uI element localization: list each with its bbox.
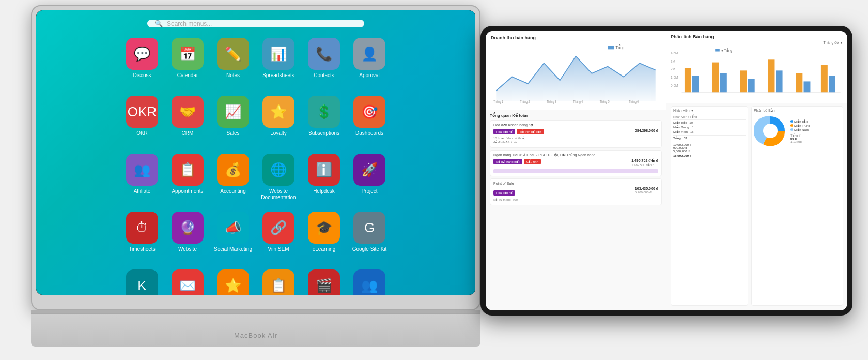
app-icon-website: 🔮 (172, 212, 204, 244)
app-icon-skillsframework: 👥 (353, 269, 385, 295)
pie-chart-svg (754, 114, 787, 148)
app-label-sales: Sales (226, 130, 239, 137)
app-label-loyalty: Loyalty (270, 130, 287, 137)
search-icon: 🔍 (154, 20, 163, 27)
search-bar[interactable]: 🔍 Search menus... (147, 20, 364, 27)
pie-widget-title: Phần bó Bản (754, 109, 841, 113)
svg-point-29 (763, 124, 778, 138)
invoice-btn1[interactable]: Hóa đơn nợ (493, 129, 515, 134)
app-item-discuss[interactable]: 💬Discuss (119, 35, 165, 91)
pie-legend: Miền Bắc Miền Trung Miền Nam (791, 119, 810, 143)
macbook-screen: 🔍 Search menus... 💬Discuss📅Calendar✏️Not… (36, 10, 475, 295)
app-icon-contacts: 📞 (308, 38, 340, 70)
invoice-section: Hóa đơn Khách hàng nợ Hóa đơn nợ Tải trê… (490, 120, 662, 148)
app-item-approval[interactable]: 👤Approval (347, 35, 392, 91)
app-item-spreadsheets[interactable]: 📊Spreadsheets (256, 35, 301, 91)
app-item-project[interactable]: 🚀Project (347, 151, 392, 206)
app-label-notes: Notes (226, 72, 240, 79)
svg-text:4.5M: 4.5M (671, 51, 678, 55)
app-label-socialmarketing: Social Marketing (214, 246, 252, 252)
app-item-events[interactable]: ⭐Events (210, 266, 256, 295)
app-item-viinsem[interactable]: 🔗Viin SEM (256, 208, 301, 264)
app-item-dashboards[interactable]: 🎯Dashboards (347, 93, 392, 148)
legend-item-nam: Miền Nam (791, 128, 810, 131)
app-item-crm[interactable]: 🤝CRM (165, 93, 210, 148)
app-label-spreadsheets: Spreadsheets (262, 72, 295, 79)
sa-table-widget: Nhân viên ▼ Nhân viên / Tổng Miền Bắc 10… (671, 106, 748, 306)
app-label-contacts: Contacts (314, 72, 334, 79)
app-item-appointments[interactable]: 📋Appointments (165, 151, 210, 206)
table-row: Miền Trung 8 (673, 125, 746, 129)
app-item-skillsframework[interactable]: 👥Skills Framework (347, 266, 392, 295)
app-item-notes[interactable]: ✏️Notes (210, 35, 256, 91)
app-label-viinsem: Viin SEM (268, 246, 289, 252)
bank-btn1[interactable]: Số dư tháng mới (493, 159, 522, 164)
svg-text:● Tổng: ● Tổng (721, 48, 732, 53)
bank-amount1: 1.496.752 đến đ (631, 159, 658, 163)
app-item-loyalty[interactable]: ⭐Loyalty (256, 93, 301, 148)
app-item-affiliate[interactable]: 👥Affiliate (119, 151, 165, 206)
app-icon-googlesitekit: G (353, 212, 385, 244)
legend-item-trung: Miền Trung (791, 124, 810, 127)
revenue-panel: Doanh thu bán hàng Tổn (486, 31, 666, 110)
app-item-website[interactable]: 🔮Website (165, 208, 210, 264)
app-item-calendar[interactable]: 📅Calendar (165, 35, 210, 91)
app-item-emailmarketing[interactable]: ✉️Email Marketing (165, 266, 210, 295)
sa-filter[interactable]: Tháng đó ▼ (824, 41, 843, 44)
pos-title: Point of Sale (493, 182, 658, 185)
app-label-elearning: eLearning (313, 246, 335, 252)
ipad-screen: Doanh thu bán hàng Tổn (486, 31, 847, 310)
app-item-subscriptions[interactable]: 💲Subscriptions (301, 93, 347, 148)
app-icon-sales: 📈 (217, 96, 249, 128)
svg-rect-20 (768, 59, 775, 92)
accounting-title: Tổng quan Kế toán (490, 113, 662, 118)
app-item-purchase[interactable]: 🎬Purchase (301, 266, 347, 295)
app-item-sales[interactable]: 📈Sales (210, 93, 256, 148)
svg-rect-16 (712, 63, 719, 93)
pos-btn1[interactable]: Hóa đơn nợ (493, 190, 515, 196)
svg-text:Tháng 3: Tháng 3 (547, 100, 556, 104)
app-item-timesheets[interactable]: ⏱Timesheets (119, 208, 165, 264)
app-label-discuss: Discuss (133, 72, 151, 79)
svg-rect-22 (796, 73, 802, 93)
invoice-title: Hóa đơn Khách hàng nợ (493, 123, 658, 127)
ipad-left-panel: Doanh thu bán hàng Tổn (486, 31, 667, 310)
app-icon-viinsem: 🔗 (262, 212, 295, 244)
app-label-accounting: Accounting (220, 188, 245, 194)
app-item-googlesitekit[interactable]: GGoogle Site Kit (347, 208, 392, 264)
ipad-right-panel: Phân tích Bán hàng Tháng đó ▼ 4.5M 3M 2M… (667, 31, 847, 310)
svg-text:1.5M: 1.5M (671, 76, 678, 79)
accounting-panel: Tổng quan Kế toán Hóa đơn Khách hàng nợ … (486, 110, 666, 310)
svg-rect-15 (692, 76, 699, 93)
app-label-project: Project (361, 188, 377, 194)
app-item-helpdesk[interactable]: ℹ️Helpdesk (301, 151, 347, 206)
table-header: Nhân viên / Tổng (673, 114, 746, 120)
app-item-websitedoc[interactable]: 🌐Website Documentation (256, 151, 301, 206)
legend-item-bac: Miền Bắc (791, 119, 810, 123)
app-label-affiliate: Affiliate (134, 188, 151, 194)
svg-text:0.5M: 0.5M (671, 84, 678, 87)
app-icon-loyalty: ⭐ (262, 96, 295, 128)
app-item-okr[interactable]: OKROKR (119, 93, 165, 148)
app-icon-appointments: 📋 (172, 154, 204, 186)
svg-marker-0 (496, 56, 655, 101)
svg-text:Tháng 5: Tháng 5 (600, 100, 610, 104)
app-item-accounting[interactable]: 💰Accounting (210, 151, 256, 206)
bar-chart-svg: 4.5M 3M 2M 1.5M 0.5M (671, 46, 843, 98)
app-icon-notes: ✏️ (217, 38, 249, 70)
pos-meta: Số dư tháng: 500 (493, 198, 518, 202)
pos-amount2: 5.300.000 đ (635, 190, 658, 194)
bank-title: Ngân hàng TMCP Á Châu - PGD T3 Hội, Hải … (493, 153, 658, 157)
svg-rect-1 (608, 46, 614, 50)
app-icon-websitedoc: 🌐 (262, 154, 295, 186)
bank-amount2: 1.483.500 đến đ (631, 163, 658, 167)
macbook: 🔍 Search menus... 💬Discuss📅Calendar✏️Not… (31, 5, 481, 347)
app-item-surveys[interactable]: 📋Surveys (256, 266, 301, 295)
bank-btn2[interactable]: Cẩu tính (524, 159, 541, 164)
invoice-btn2[interactable]: Tải trên nợ đơn (517, 129, 544, 134)
app-item-contacts[interactable]: 📞Contacts (301, 35, 347, 91)
legend-nam-label: Miền Nam (794, 128, 809, 131)
app-item-keywordplanner[interactable]: KKeyword Planner (119, 266, 165, 295)
app-item-socialmarketing[interactable]: 📣Social Marketing (210, 208, 256, 264)
app-item-elearning[interactable]: 🎓eLearning (301, 208, 347, 264)
